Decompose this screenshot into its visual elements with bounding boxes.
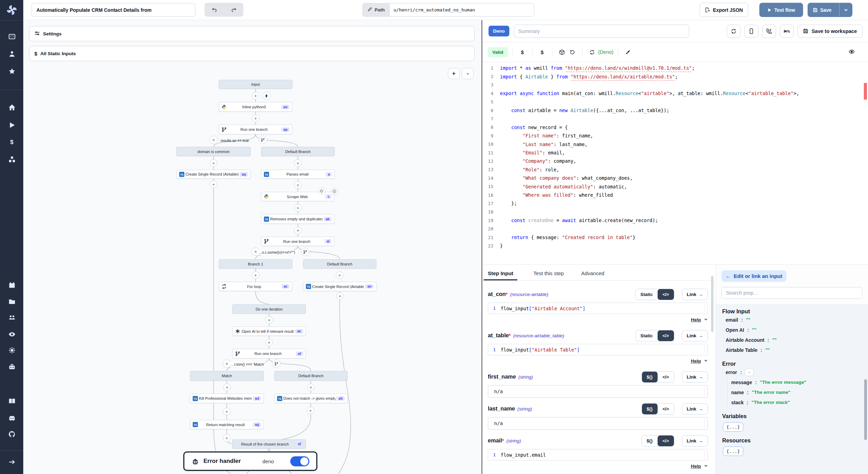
insert-step-button[interactable]: + xyxy=(336,271,343,279)
groups-icon[interactable] xyxy=(8,313,16,322)
flow-node[interactable]: Run one branchaf xyxy=(232,349,306,358)
folder-icon[interactable] xyxy=(8,297,16,306)
insert-step-button[interactable]: + xyxy=(265,339,273,346)
link-button[interactable]: Link→ xyxy=(682,371,708,383)
object-pill[interactable]: {...} xyxy=(723,447,743,456)
eye-icon[interactable] xyxy=(8,330,16,338)
prop-row[interactable]: Airtable Account:"" xyxy=(722,335,862,345)
collapse-button[interactable]: - xyxy=(745,368,754,376)
move-node-button[interactable] xyxy=(318,187,325,195)
tab-advanced[interactable]: Advanced xyxy=(580,270,606,280)
windmill-logo-icon[interactable] xyxy=(6,4,18,16)
eye-icon[interactable] xyxy=(849,49,855,56)
flow-node[interactable]: Result of the chosen branchaf xyxy=(232,439,306,449)
flow-node[interactable]: TSCreate Single Record (Airtable)an xyxy=(303,282,376,291)
insert-step-button[interactable]: + xyxy=(223,408,231,415)
expr-editor[interactable]: 1flow_input["Airtable Account"] xyxy=(488,303,708,314)
static-mode-button[interactable]: ${} xyxy=(642,435,658,446)
insert-step-button[interactable]: + xyxy=(252,271,259,279)
flow-node[interactable]: TSParses emaila xyxy=(261,170,335,179)
export-json-button[interactable]: Export JSON xyxy=(700,3,748,17)
text-input[interactable]: n/a xyxy=(488,417,708,430)
insert-step-button[interactable]: + xyxy=(294,227,302,234)
star-icon[interactable] xyxy=(8,67,16,75)
trigger-bolt-icon[interactable] xyxy=(262,92,271,100)
github-icon[interactable] xyxy=(8,430,16,438)
chevron-down-icon[interactable] xyxy=(704,358,708,364)
flow-node[interactable]: Match xyxy=(190,371,264,381)
insert-step-button[interactable]: + xyxy=(294,181,302,189)
insert-step-button[interactable]: + xyxy=(252,92,259,100)
error-handler-node[interactable]: Error handler deno xyxy=(183,451,317,471)
input-mode-toggle[interactable]: Static</> xyxy=(635,289,674,300)
package-button[interactable] xyxy=(557,49,567,55)
static-mode-button[interactable]: Static xyxy=(636,330,658,341)
error-handler-toggle[interactable] xyxy=(290,456,309,466)
flow-node[interactable]: Input xyxy=(219,80,292,89)
insert-step-button[interactable]: + xyxy=(210,180,217,188)
code-mode-button[interactable]: </> xyxy=(658,372,674,382)
input-mode-toggle[interactable]: Static</> xyxy=(635,330,674,341)
test-flow-button[interactable]: Test flow xyxy=(759,3,803,17)
insert-step-button[interactable]: + xyxy=(223,434,231,442)
code-mode-button[interactable]: </> xyxy=(658,435,674,446)
help-link[interactable]: Help xyxy=(691,358,701,364)
tab-test-this-step[interactable]: Test this step xyxy=(532,270,565,280)
flow-node[interactable]: Run one branchal xyxy=(261,237,334,246)
calendar-icon[interactable] xyxy=(8,281,16,289)
add-branch-button[interactable] xyxy=(301,248,309,256)
flow-node[interactable]: Default Branch xyxy=(274,371,348,381)
static-mode-button[interactable]: ${} xyxy=(642,404,658,414)
flow-node[interactable]: domain is common xyxy=(176,147,251,156)
language-badge[interactable]: Deno xyxy=(489,26,509,36)
flow-node[interactable]: Open AI to tell if relevant resultae xyxy=(232,327,306,336)
insert-step-button[interactable]: + xyxy=(336,292,344,300)
add-branch-button[interactable] xyxy=(272,359,281,368)
save-to-workspace-button[interactable]: Save to workspace xyxy=(798,25,862,38)
link-button[interactable]: Link→ xyxy=(682,289,708,300)
prop-panel-scrollbar[interactable] xyxy=(864,379,867,440)
webhook-button[interactable] xyxy=(762,25,776,38)
assistant-reload-button[interactable] xyxy=(587,49,598,55)
insert-step-button[interactable]: + xyxy=(294,159,302,167)
home-icon[interactable] xyxy=(8,103,16,111)
input-mode-toggle[interactable]: ${}</> xyxy=(642,435,674,447)
prop-row[interactable]: email:"" xyxy=(722,315,862,325)
summary-input[interactable]: Summary xyxy=(514,25,689,38)
undo-button[interactable] xyxy=(205,3,224,17)
save-button[interactable]: Save xyxy=(808,3,852,17)
flow-node[interactable]: Branch 1 xyxy=(219,259,292,269)
flow-node[interactable]: TSDoes not match -> gives empty valueah xyxy=(274,393,348,403)
flow-node[interactable]: For loopac xyxy=(219,282,292,291)
flow-title-input[interactable]: Automatically Populate CRM Contact Detai… xyxy=(32,3,195,17)
flow-node[interactable]: Run one branchap xyxy=(219,125,292,134)
object-pill[interactable]: {...} xyxy=(723,422,743,432)
insert-step-button[interactable]: + xyxy=(307,407,314,414)
help-link[interactable]: Help xyxy=(691,464,701,469)
prop-row[interactable]: stack:"The error stack" xyxy=(728,397,862,407)
dollar-icon[interactable]: $ xyxy=(8,138,16,146)
static-mode-button[interactable]: Static xyxy=(636,289,658,300)
tab-step-input[interactable]: Step Input xyxy=(484,270,517,280)
link-button[interactable]: Link→ xyxy=(682,435,708,447)
path-edit-chip[interactable]: Path xyxy=(362,3,389,17)
flow-node[interactable]: Default Branch xyxy=(303,259,376,269)
expand-icon[interactable] xyxy=(8,458,16,466)
remove-branch-button[interactable]: × xyxy=(209,136,218,144)
code-mode-button[interactable]: </> xyxy=(658,289,674,300)
prop-row[interactable]: Open AI:"" xyxy=(722,325,862,335)
code-mode-button[interactable]: </> xyxy=(658,330,674,341)
help-link[interactable]: Help xyxy=(691,317,701,322)
static-mode-button[interactable]: ${} xyxy=(642,372,658,382)
flow-node[interactable]: TSRemoves empty and duplicatesak xyxy=(261,214,334,224)
gear-icon[interactable] xyxy=(8,346,16,354)
insert-step-button[interactable]: + xyxy=(294,204,302,212)
apps-icon[interactable] xyxy=(8,32,16,41)
step-panel-scrollbar[interactable] xyxy=(711,276,713,332)
resources-icon[interactable] xyxy=(8,155,16,163)
prop-row[interactable]: error:- xyxy=(722,367,862,377)
mobile-view-button[interactable] xyxy=(744,25,758,38)
chevron-down-icon[interactable] xyxy=(704,317,708,322)
flow-node[interactable]: Inline python3ao xyxy=(219,102,292,112)
link-button[interactable]: Link→ xyxy=(682,330,708,341)
